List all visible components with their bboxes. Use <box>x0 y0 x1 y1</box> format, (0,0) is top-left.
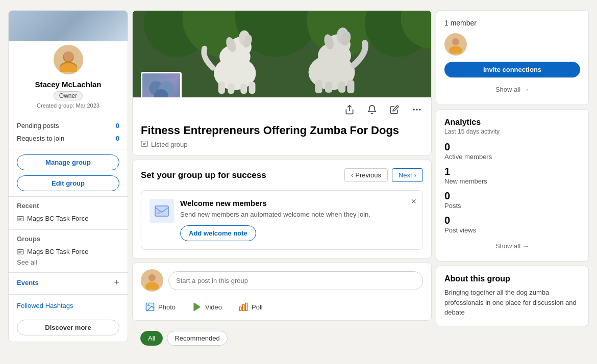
edit-group-button[interactable]: Edit group <box>17 175 119 191</box>
events-header: Events + <box>17 278 119 287</box>
svg-rect-5 <box>17 249 23 254</box>
post-input-row <box>141 269 423 292</box>
tab-all[interactable]: All <box>140 331 163 346</box>
setup-card: Set your group up for success ‹ Previous… <box>132 160 432 258</box>
filter-tabs: All Recommended <box>132 325 432 348</box>
svg-rect-50 <box>242 304 244 311</box>
bell-icon[interactable] <box>364 101 380 118</box>
requests-to-join-label: Requests to join <box>17 135 64 142</box>
show-all-label: Show all <box>495 86 520 93</box>
active-members-value: 0 <box>444 141 580 153</box>
photo-button[interactable]: Photo <box>141 300 180 314</box>
profile-name: Stacey McLachlan <box>17 80 119 89</box>
next-button[interactable]: Next › <box>392 168 423 182</box>
svg-point-52 <box>452 38 459 45</box>
analytics-show-all-arrow-icon: → <box>523 242 529 250</box>
members-card: 1 member Invite connections Show all → <box>436 10 589 105</box>
new-members-label: New members <box>444 177 580 185</box>
requests-to-join-row: Requests to join 0 <box>17 132 119 145</box>
svg-point-3 <box>63 51 73 61</box>
edit-icon[interactable] <box>386 101 403 118</box>
new-members-row: 1 New members <box>444 166 580 185</box>
groups-group-name: Mags BC Task Force <box>27 248 88 255</box>
svg-rect-31 <box>338 82 345 93</box>
left-sidebar: Stacey McLachlan Owner Created group: Ma… <box>8 10 128 342</box>
events-label: Events <box>17 279 39 287</box>
post-views-row: 0 Post views <box>444 215 580 234</box>
group-header-actions <box>133 97 431 122</box>
svg-rect-49 <box>240 307 241 311</box>
recent-group-link[interactable]: Mags BC Task Force <box>17 213 119 224</box>
svg-rect-29 <box>315 80 322 93</box>
events-add-button[interactable]: + <box>114 278 119 287</box>
svg-point-44 <box>148 274 156 281</box>
setup-header: Set your group up for success ‹ Previous… <box>141 168 423 182</box>
setup-title: Set your group up for success <box>141 170 266 180</box>
photo-icon <box>145 302 155 312</box>
recent-group-name: Mags BC Task Force <box>27 215 88 222</box>
video-button[interactable]: Video <box>188 300 226 314</box>
active-members-row: 0 Active members <box>444 141 580 161</box>
prev-chevron-icon: ‹ <box>351 171 353 179</box>
groups-group-link[interactable]: Mags BC Task Force <box>17 246 119 257</box>
group-title-area: Fitness Entrepreneurs Offering Zumba For… <box>133 122 431 155</box>
group-icon <box>17 215 24 222</box>
group-type-icon <box>141 140 148 149</box>
svg-point-39 <box>419 109 420 110</box>
share-icon[interactable] <box>341 101 358 118</box>
more-options-icon[interactable] <box>409 101 425 118</box>
recent-label: Recent <box>17 202 119 210</box>
welcome-content: Welcome new members Send new members an … <box>180 199 414 241</box>
poll-button[interactable]: Poll <box>234 300 267 314</box>
add-welcome-note-button[interactable]: Add welcome note <box>180 225 256 241</box>
previous-button[interactable]: ‹ Previous <box>344 168 388 182</box>
analytics-show-all-link[interactable]: Show all → <box>444 239 580 253</box>
requests-to-join-value: 0 <box>116 135 119 142</box>
next-label: Next <box>399 171 412 179</box>
analytics-card: Analytics Last 15 days activity 0 Active… <box>436 109 589 262</box>
profile-role-badge: Owner <box>54 91 83 100</box>
svg-rect-19 <box>218 82 225 94</box>
svg-point-37 <box>413 109 415 110</box>
pending-posts-row: Pending posts 0 <box>17 119 119 132</box>
svg-rect-21 <box>240 83 247 94</box>
post-user-avatar <box>141 269 163 292</box>
main-content: Fitness Entrepreneurs Offering Zumba For… <box>132 10 432 348</box>
post-views-label: Post views <box>444 226 580 234</box>
member-avatar-row <box>444 33 580 56</box>
welcome-title: Welcome new members <box>180 199 414 207</box>
manage-group-button[interactable]: Manage group <box>17 154 119 170</box>
tab-recommended[interactable]: Recommended <box>167 331 227 346</box>
photo-label: Photo <box>158 303 176 311</box>
profile-avatar <box>52 43 85 76</box>
sidebar-stats: Pending posts 0 Requests to join 0 <box>9 115 128 149</box>
svg-point-47 <box>148 305 150 306</box>
svg-rect-32 <box>347 80 354 93</box>
next-chevron-icon: › <box>414 171 416 179</box>
new-members-value: 1 <box>444 166 580 177</box>
group-card: Fitness Entrepreneurs Offering Zumba For… <box>132 10 432 155</box>
welcome-email-icon <box>150 199 174 223</box>
analytics-title: Analytics <box>444 118 580 127</box>
about-description: Bringing together all the dog zumba prof… <box>444 288 580 318</box>
pending-posts-label: Pending posts <box>17 122 59 129</box>
events-section: Events + <box>9 272 128 294</box>
active-members-label: Active members <box>444 153 580 161</box>
svg-point-53 <box>449 46 462 54</box>
about-card: About this group Bringing together all t… <box>436 266 589 326</box>
posts-value: 0 <box>444 190 580 202</box>
post-input-field[interactable] <box>168 271 423 290</box>
group-logo <box>141 72 182 97</box>
right-sidebar: 1 member Invite connections Show all → A… <box>436 10 589 326</box>
groups-group-icon <box>17 248 24 255</box>
group-hero-image <box>133 11 431 97</box>
followed-hashtags-link[interactable]: Followed Hashtags <box>17 300 119 311</box>
see-all-link[interactable]: See all <box>17 257 119 267</box>
svg-point-45 <box>145 282 159 290</box>
close-welcome-icon[interactable]: × <box>411 197 416 206</box>
members-show-all-link[interactable]: Show all → <box>444 83 580 96</box>
svg-rect-40 <box>141 141 147 147</box>
invite-connections-button[interactable]: Invite connections <box>444 62 580 77</box>
svg-rect-41 <box>155 206 168 216</box>
discover-more-button[interactable]: Discover more <box>17 320 119 335</box>
